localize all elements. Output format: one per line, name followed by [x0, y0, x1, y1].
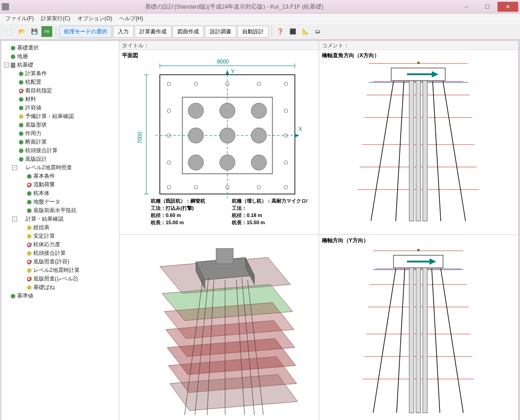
info-text: 杭種（増し杭）：高耐力マイクロ/: [232, 198, 307, 204]
comment-header: コメント：: [319, 41, 519, 50]
help-icon[interactable]: ❓: [275, 26, 285, 37]
svg-point-30: [167, 109, 171, 113]
svg-line-55: [433, 81, 441, 221]
info-text: 工法：: [232, 205, 247, 212]
tree-node[interactable]: 底版前面水平抵抗: [20, 206, 117, 215]
tree-node[interactable]: −レベル2地震時照査: [12, 163, 117, 172]
svg-point-34: [167, 161, 171, 164]
elev-x-view[interactable]: 橋軸直角方向（X方向）: [319, 50, 519, 235]
svg-text:X: X: [298, 126, 302, 132]
app-icon: [2, 3, 9, 10]
tree-node[interactable]: 杭頭接合計算: [20, 249, 117, 257]
info-text: 杭長：15.00 m: [151, 219, 184, 226]
tree-node[interactable]: 予備計算・結果確認: [12, 112, 117, 121]
forbidden-icon: [27, 277, 32, 281]
tree-node[interactable]: 着目杭指定: [12, 86, 117, 95]
svg-point-26: [194, 82, 198, 86]
svg-marker-15: [295, 134, 299, 137]
tree-node[interactable]: 作用力: [12, 129, 117, 138]
svg-rect-56: [409, 81, 414, 221]
collapse-icon[interactable]: −: [12, 165, 17, 170]
maximize-button[interactable]: ☐: [477, 2, 497, 12]
tree-node[interactable]: 基礎選択: [4, 44, 117, 52]
save-icon[interactable]: 💾: [29, 26, 40, 37]
menu-file[interactable]: ファイル(F): [3, 14, 36, 23]
tree-node[interactable]: 材料: [12, 95, 117, 104]
tree-node[interactable]: 基準値: [4, 292, 117, 300]
elev-y-title: 橋軸方向（Y方向）: [322, 237, 369, 244]
tree-node[interactable]: 総括表: [20, 223, 117, 232]
tree-node[interactable]: 安定計算: [20, 232, 117, 240]
elev-x-title: 橋軸直角方向（X方向）: [322, 52, 380, 59]
tree-node[interactable]: 杭配置: [12, 78, 117, 86]
menu-help[interactable]: ヘルプ(H): [117, 14, 146, 23]
tree-node[interactable]: 杭頭接合計算: [12, 146, 117, 155]
elev-y-svg: [319, 235, 517, 420]
mode-drawing-button[interactable]: 図面作成: [172, 26, 204, 38]
view-3d-cell: [119, 235, 319, 420]
tree-node[interactable]: 基本条件: [20, 172, 117, 181]
mode-autodesign-button[interactable]: 自動設計: [237, 26, 269, 38]
open-icon[interactable]: 📂: [16, 26, 27, 37]
tree-node[interactable]: −計算・結果確認: [12, 215, 117, 223]
tree-node[interactable]: 許容値: [12, 104, 117, 112]
mode-calcreport-button[interactable]: 計算書作成: [135, 26, 172, 38]
tree-node[interactable]: 計算条件: [12, 69, 117, 78]
menu-option[interactable]: オプション(O): [75, 14, 115, 23]
tree-node[interactable]: 杭体応力度: [20, 240, 117, 249]
svg-line-52: [371, 81, 393, 221]
svg-line-91: [397, 269, 405, 413]
tree-node[interactable]: 地盤データ: [20, 198, 117, 206]
export-icon[interactable]: F8: [41, 26, 52, 37]
title-header: タイトル：: [119, 41, 319, 50]
tree-node[interactable]: 底版形状: [12, 121, 117, 129]
collapse-icon[interactable]: −: [12, 217, 17, 221]
elev-y-view[interactable]: 橋軸方向（Y方向）: [319, 235, 519, 420]
svg-point-24: [251, 155, 267, 170]
svg-rect-59: [417, 62, 420, 64]
titlebar: 基礎の設計(Standard版)(平成24年道示対応版) - Kui_13.F1…: [0, 0, 520, 14]
svg-point-17: [220, 103, 235, 118]
svg-rect-96: [417, 249, 420, 251]
svg-rect-57: [416, 81, 421, 221]
svg-rect-70: [216, 248, 233, 264]
cube-icon[interactable]: ⬛: [287, 26, 298, 37]
3d-svg: [119, 235, 317, 420]
svg-point-20: [220, 128, 235, 143]
mode-designbook-button[interactable]: 設計調書: [205, 26, 236, 38]
tree-node[interactable]: 地層: [4, 52, 117, 61]
svg-text:Y: Y: [231, 68, 235, 75]
mode-select-button[interactable]: 処理モードの選択: [59, 26, 112, 38]
tree-node[interactable]: レベル2地震時計算: [20, 266, 117, 275]
menu-calc[interactable]: 計算実行(C): [38, 14, 73, 23]
tree-node[interactable]: 基礎ばね: [20, 283, 117, 292]
svg-point-16: [188, 103, 203, 118]
svg-text:8000: 8000: [217, 59, 229, 65]
svg-point-25: [167, 82, 171, 86]
tool2-icon[interactable]: 🗂: [312, 26, 323, 37]
svg-point-28: [257, 82, 261, 86]
tree-node[interactable]: 流動荷重: [20, 181, 117, 189]
tree-panel[interactable]: 基礎選択 地層 −杭基礎 計算条件 杭配置 着目杭指定 材料 許容値 予備計算・…: [1, 41, 119, 420]
tree-node[interactable]: 断面計算: [12, 138, 117, 146]
tool1-icon[interactable]: 📐: [300, 26, 311, 37]
mode-input-button[interactable]: 入力: [113, 26, 134, 38]
svg-point-31: [284, 109, 288, 113]
tree-node[interactable]: 杭本体: [20, 189, 117, 198]
plan-view[interactable]: 平面図 8000 7000: [119, 50, 319, 235]
tree-node[interactable]: −杭基礎: [4, 61, 117, 69]
collapse-icon[interactable]: −: [4, 63, 9, 68]
svg-point-40: [284, 185, 288, 189]
close-button[interactable]: ✕: [497, 2, 518, 12]
view-area: タイトル： 平面図 8000 7000: [119, 41, 519, 420]
new-icon[interactable]: 📄: [4, 26, 14, 37]
window-title: 基礎の設計(Standard版)(平成24年道示対応版) - Kui_13.F1…: [13, 3, 456, 11]
view-3d[interactable]: [119, 235, 319, 420]
tree-node[interactable]: 底版設計: [12, 155, 117, 163]
tree-node[interactable]: 底版照査(許容): [20, 257, 117, 266]
forbidden-icon: [19, 89, 23, 93]
tree-node[interactable]: 底版照査(レベル2): [20, 275, 117, 283]
svg-line-90: [441, 269, 463, 413]
minimize-button[interactable]: ─: [456, 2, 477, 12]
elev-x-svg: [319, 50, 517, 226]
